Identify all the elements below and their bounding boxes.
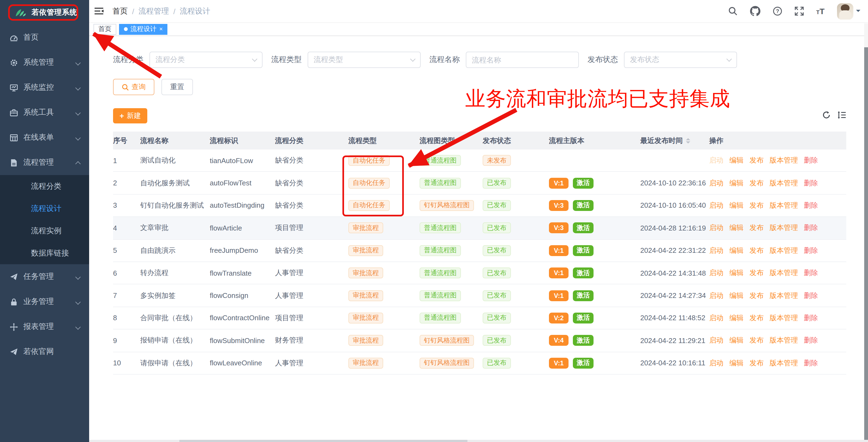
breadcrumb-item[interactable]: 首页 bbox=[113, 6, 128, 16]
vertical-scrollbar-thumb[interactable] bbox=[864, 47, 868, 442]
action-delete[interactable]: 删除 bbox=[804, 155, 818, 165]
action-versions[interactable]: 版本管理 bbox=[770, 291, 798, 300]
action-publish[interactable]: 发布 bbox=[749, 223, 764, 233]
github-icon[interactable] bbox=[750, 6, 760, 16]
table-row[interactable]: 7多实例加签flowConsign人事管理审批流程普通流程图已发布V:1激活20… bbox=[113, 285, 846, 307]
sidebar-item-报表管理[interactable]: 报表管理 bbox=[0, 314, 89, 339]
action-delete[interactable]: 删除 bbox=[804, 178, 818, 188]
action-start[interactable]: 启动 bbox=[709, 291, 723, 300]
table-row[interactable]: 4文章审批flowArticle项目管理审批流程普通流程图已发布V:3激活202… bbox=[113, 217, 846, 239]
help-icon[interactable]: ? bbox=[773, 6, 782, 16]
sidebar-item-系统监控[interactable]: 系统监控 bbox=[0, 75, 89, 100]
table-row[interactable]: 2自动化服务测试autoFlowTest缺省分类自动化任务普通流程图已发布V:1… bbox=[113, 172, 846, 195]
action-publish[interactable]: 发布 bbox=[749, 336, 764, 346]
action-start[interactable]: 启动 bbox=[709, 178, 723, 188]
action-start[interactable]: 启动 bbox=[709, 246, 723, 256]
sidebar-subitem-流程分类[interactable]: 流程分类 bbox=[0, 175, 89, 197]
action-versions[interactable]: 版本管理 bbox=[770, 246, 798, 256]
sidebar-item-在线表单[interactable]: 在线表单 bbox=[0, 125, 89, 150]
action-edit[interactable]: 编辑 bbox=[730, 358, 744, 368]
action-publish[interactable]: 发布 bbox=[749, 268, 764, 278]
search-icon[interactable] bbox=[728, 6, 737, 16]
action-delete[interactable]: 删除 bbox=[804, 223, 818, 233]
refresh-icon[interactable] bbox=[823, 111, 831, 121]
user-menu[interactable] bbox=[837, 3, 860, 19]
breadcrumb-item[interactable]: 流程管理 bbox=[138, 6, 169, 16]
table-row[interactable]: 1测试自动化tianAutoFLow缺省分类自动化任务普通流程图未发布启动编辑发… bbox=[113, 149, 846, 172]
action-start[interactable]: 启动 bbox=[709, 313, 723, 323]
action-delete[interactable]: 删除 bbox=[804, 358, 818, 368]
filter-status-select[interactable]: 发布状态 bbox=[624, 52, 737, 68]
sidebar-item-流程管理[interactable]: 流程管理 bbox=[0, 150, 89, 175]
action-delete[interactable]: 删除 bbox=[804, 336, 818, 346]
action-publish[interactable]: 发布 bbox=[749, 358, 764, 368]
action-edit[interactable]: 编辑 bbox=[730, 223, 744, 233]
action-edit[interactable]: 编辑 bbox=[730, 201, 744, 210]
action-start[interactable]: 启动 bbox=[709, 268, 723, 278]
table-row[interactable]: 9报销申请（在线）flowSubmitOnline财务管理审批流程钉钉风格流程图… bbox=[113, 329, 846, 352]
action-edit[interactable]: 编辑 bbox=[730, 178, 744, 188]
horizontal-scrollbar-thumb[interactable] bbox=[179, 440, 467, 442]
action-delete[interactable]: 删除 bbox=[804, 291, 818, 300]
filter-category-select[interactable]: 流程分类 bbox=[150, 52, 262, 68]
sidebar-item-任务管理[interactable]: 任务管理 bbox=[0, 264, 89, 289]
sidebar-subitem-流程设计[interactable]: 流程设计 bbox=[0, 197, 89, 219]
action-versions[interactable]: 版本管理 bbox=[770, 336, 798, 346]
action-publish[interactable]: 发布 bbox=[749, 178, 764, 188]
sidebar-item-业务管理[interactable]: 业务管理 bbox=[0, 289, 89, 314]
sidebar-item-首页[interactable]: 首页 bbox=[0, 25, 89, 50]
action-publish[interactable]: 发布 bbox=[749, 313, 764, 323]
sort-descending-icon[interactable] bbox=[686, 141, 690, 145]
process-name-input[interactable] bbox=[466, 52, 579, 68]
action-edit[interactable]: 编辑 bbox=[730, 291, 744, 300]
action-versions[interactable]: 版本管理 bbox=[770, 313, 798, 323]
fullscreen-icon[interactable] bbox=[794, 6, 804, 16]
action-edit[interactable]: 编辑 bbox=[730, 246, 744, 256]
action-edit[interactable]: 编辑 bbox=[730, 336, 744, 346]
app-logo[interactable]: 若依管理系统 bbox=[0, 0, 89, 25]
action-versions[interactable]: 版本管理 bbox=[770, 223, 798, 233]
action-publish[interactable]: 发布 bbox=[749, 291, 764, 300]
sidebar-item-系统工具[interactable]: 系统工具 bbox=[0, 100, 89, 125]
sort-ascending-icon[interactable] bbox=[686, 136, 690, 140]
table-row[interactable]: 8合同审批（在线）flowContractOnline项目管理审批流程普通流程图… bbox=[113, 307, 846, 329]
close-icon[interactable]: × bbox=[159, 26, 163, 32]
action-publish[interactable]: 发布 bbox=[749, 155, 764, 165]
action-versions[interactable]: 版本管理 bbox=[770, 201, 798, 210]
search-button[interactable]: 查询 bbox=[113, 79, 154, 95]
action-start[interactable]: 启动 bbox=[709, 201, 723, 210]
fold-menu-icon[interactable] bbox=[95, 6, 104, 16]
font-size-icon[interactable]: TT bbox=[816, 6, 825, 16]
action-start[interactable]: 启动 bbox=[709, 358, 723, 368]
sidebar-subitem-流程实例[interactable]: 流程实例 bbox=[0, 219, 89, 242]
action-edit[interactable]: 编辑 bbox=[730, 155, 744, 165]
action-delete[interactable]: 删除 bbox=[804, 246, 818, 256]
table-row[interactable]: 10请假申请（在线）flowLeaveOnline人事管理审批流程钉钉风格流程图… bbox=[113, 352, 846, 375]
table-row[interactable]: 3钉钉自动化服务测试autoTestDingding缺省分类自动化任务钉钉风格流… bbox=[113, 195, 846, 217]
action-delete[interactable]: 删除 bbox=[804, 268, 818, 278]
table-row[interactable]: 6转办流程flowTranslate人事管理审批流程普通流程图已发布V:1激活2… bbox=[113, 262, 846, 285]
sidebar-subitem-数据库链接[interactable]: 数据库链接 bbox=[0, 242, 89, 264]
sort-carets-icon[interactable] bbox=[686, 136, 690, 145]
tab-流程设计[interactable]: 流程设计× bbox=[119, 24, 168, 34]
filter-type-select[interactable]: 流程类型 bbox=[308, 52, 421, 68]
create-button[interactable]: + 新建 bbox=[113, 108, 147, 123]
action-start[interactable]: 启动 bbox=[709, 155, 723, 165]
action-publish[interactable]: 发布 bbox=[749, 201, 764, 210]
action-start[interactable]: 启动 bbox=[709, 223, 723, 233]
column-settings-icon[interactable] bbox=[838, 111, 846, 121]
action-edit[interactable]: 编辑 bbox=[730, 268, 744, 278]
action-delete[interactable]: 删除 bbox=[804, 313, 818, 323]
action-versions[interactable]: 版本管理 bbox=[770, 268, 798, 278]
action-versions[interactable]: 版本管理 bbox=[770, 155, 798, 165]
action-edit[interactable]: 编辑 bbox=[730, 313, 744, 323]
reset-button[interactable]: 重置 bbox=[161, 79, 193, 95]
action-delete[interactable]: 删除 bbox=[804, 201, 818, 210]
sidebar-item-系统管理[interactable]: 系统管理 bbox=[0, 50, 89, 75]
sidebar-item-若依官网[interactable]: 若依官网 bbox=[0, 339, 89, 364]
action-versions[interactable]: 版本管理 bbox=[770, 358, 798, 368]
action-start[interactable]: 启动 bbox=[709, 336, 723, 346]
table-row[interactable]: 5自由跳演示freeJumpDemo缺省分类审批流程普通流程图已发布V:1激活2… bbox=[113, 239, 846, 262]
action-publish[interactable]: 发布 bbox=[749, 246, 764, 256]
horizontal-scrollbar[interactable] bbox=[89, 440, 868, 442]
